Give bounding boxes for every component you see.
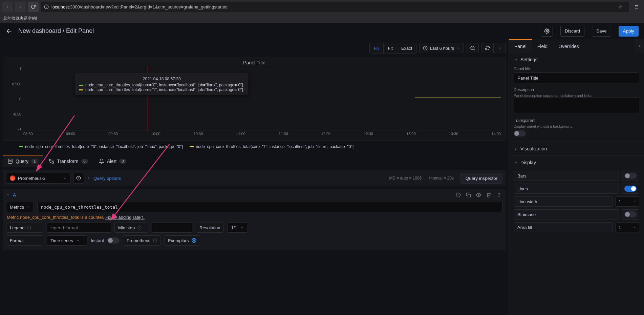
transparent-toggle[interactable] [514, 130, 526, 136]
nav-forward-button[interactable] [15, 2, 26, 12]
metric-query-input[interactable] [37, 202, 502, 212]
delete-query-icon[interactable] [485, 191, 492, 198]
toggle-visibility-icon[interactable] [475, 191, 482, 198]
chevron-down-icon[interactable] [6, 193, 10, 197]
linewidth-select[interactable]: 1 [616, 196, 639, 207]
svg-rect-12 [49, 159, 51, 161]
svg-point-21 [499, 193, 500, 194]
save-button[interactable]: Save [592, 26, 611, 37]
browser-menu-button[interactable]: ☰ [631, 2, 642, 12]
chart-tooltip: 2021-04-18 08:57:20 node_cpu_core_thrott… [76, 74, 248, 95]
zoom-out-icon [470, 45, 475, 51]
series-line-yellow [415, 98, 501, 98]
tab-field[interactable]: Field [532, 39, 553, 53]
datasource-help-button[interactable] [73, 173, 84, 184]
chart-area[interactable]: 1 0.500 0 -0.50 -1 08:30 09:00 [8, 67, 501, 138]
minstep-input[interactable] [152, 223, 192, 233]
panel-settings-button[interactable] [541, 26, 553, 37]
swatch-yellow [190, 146, 194, 147]
instant-label: Instant [91, 238, 104, 243]
duplicate-query-icon[interactable] [465, 191, 472, 198]
legend-format-input[interactable] [47, 223, 111, 233]
query-options-toggle[interactable]: Query options [93, 176, 121, 181]
format-select[interactable]: Time series [47, 235, 87, 246]
query-row-a: A Metrics Metric node_cpu_core_throttles… [3, 189, 506, 250]
metrics-browser-button[interactable]: Metrics [6, 202, 34, 212]
apply-button[interactable]: Apply [619, 26, 639, 37]
breadcrumb: New dashboard / Edit Panel [18, 27, 94, 35]
svg-rect-18 [468, 194, 470, 197]
url-host: localhost [51, 4, 69, 9]
chevron-right-icon [87, 176, 91, 180]
fix-rate-link[interactable]: Fix by adding rate(). [105, 215, 145, 220]
bars-label: Bars [514, 171, 619, 181]
browser-toolbar: localhost:3000/dashboard/new?editPanel=2… [0, 0, 644, 14]
transform-count-badge: 0 [81, 159, 88, 164]
resolution-select[interactable]: 1/1 [227, 223, 248, 233]
tab-transform[interactable]: Transform 0 [44, 155, 92, 167]
visualization-header[interactable]: Visualization [514, 145, 639, 153]
datasource-picker[interactable]: Prometheus-2 [6, 173, 70, 184]
discard-button[interactable]: Discard [560, 26, 584, 37]
exemplars-label: Exemplars [164, 235, 200, 246]
areafill-select[interactable]: 1 [616, 222, 639, 232]
settings-header[interactable]: Settings [514, 56, 639, 64]
refresh-button[interactable] [481, 43, 494, 53]
legend-item[interactable]: node_cpu_core_throttles_total{core="1", … [190, 144, 353, 149]
panel-title: Panel Title [8, 60, 501, 67]
info-icon [27, 226, 31, 230]
instant-toggle[interactable] [107, 237, 120, 244]
svg-point-22 [498, 194, 498, 195]
chevron-right-icon [637, 44, 641, 48]
query-inspector-button[interactable]: Query inspector [460, 173, 502, 184]
display-group: Display Bars Lines Line width 1 Staircas… [509, 156, 644, 238]
view-fit-button[interactable]: Fit [384, 43, 397, 53]
panel-title-input[interactable] [514, 72, 639, 83]
chart-legend: node_cpu_core_throttles_total{core="0", … [3, 144, 506, 152]
query-meta-md: MD = auto = 1086 [389, 176, 422, 181]
back-arrow-button[interactable] [5, 27, 13, 35]
description-input[interactable] [514, 98, 639, 113]
display-header[interactable]: Display [514, 159, 639, 167]
query-help-icon[interactable] [454, 191, 462, 198]
zoom-out-button[interactable] [467, 43, 479, 53]
tab-query[interactable]: Query 1 [3, 155, 43, 167]
chevron-down-icon [514, 161, 518, 165]
nav-reload-button[interactable] [28, 2, 39, 12]
drag-handle-icon[interactable] [495, 191, 502, 198]
legend-item[interactable]: node_cpu_core_throttles_total{core="0", … [19, 144, 183, 149]
tab-panel[interactable]: Panel [509, 39, 532, 53]
chevron-down-icon [633, 200, 636, 203]
chevron-down-icon [76, 238, 80, 243]
nav-back-button[interactable] [2, 2, 13, 12]
tab-alert[interactable]: Alert 0 [94, 155, 131, 167]
refresh-icon [485, 46, 490, 50]
options-sidebar: Panel Field Overrides Settings Panel tit… [509, 39, 644, 315]
time-range-picker[interactable]: Last 6 hours [419, 43, 464, 53]
panel-title-label: Panel title [514, 66, 639, 71]
query-count-badge: 1 [31, 159, 38, 164]
refresh-interval-button[interactable] [494, 43, 506, 53]
resolution-label: Resolution [196, 223, 224, 233]
view-exact-button[interactable]: Exact [397, 43, 416, 53]
url-path: :3000/dashboard/new?editPanel=2&orgId=1&… [69, 4, 228, 9]
view-fill-button[interactable]: Fill [370, 43, 384, 53]
bookmark-star-icon[interactable]: ☆ [615, 2, 626, 12]
chevron-down-icon [498, 46, 502, 50]
url-bar[interactable]: localhost:3000/dashboard/new?editPanel=2… [41, 2, 629, 12]
lines-toggle[interactable] [624, 186, 637, 192]
areafill-label: Area fill [514, 222, 613, 232]
bookmarks-empty-text: 您的收藏夹是空的! [3, 16, 37, 21]
view-mode-segment: Fill Fit Exact [369, 43, 417, 54]
tab-overrides[interactable]: Overrides [553, 39, 584, 53]
lines-label: Lines [514, 184, 619, 194]
collapse-sidebar-button[interactable] [635, 39, 644, 53]
settings-group: Settings Panel title Description Panel d… [509, 53, 644, 142]
legend-label: Legend [6, 223, 43, 233]
staircase-toggle[interactable] [624, 211, 637, 217]
bars-toggle[interactable] [624, 173, 637, 179]
tooltip-time: 2021-04-18 08:57:20 [79, 77, 244, 81]
exemplars-radio[interactable] [192, 238, 196, 243]
editor-tabs: Query 1 Transform 0 Alert 0 [3, 154, 506, 167]
staircase-label: Staircase [514, 209, 619, 219]
